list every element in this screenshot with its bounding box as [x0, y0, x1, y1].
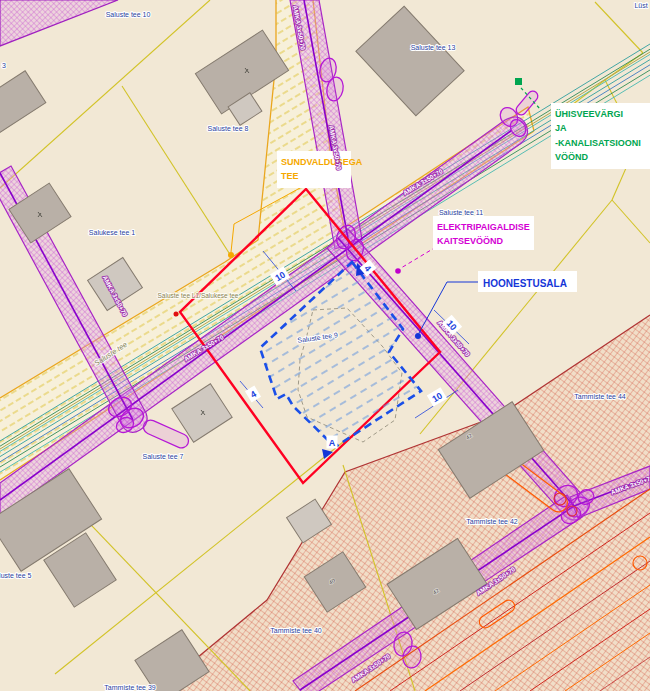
map-label: Tammiste tee 39	[104, 684, 155, 691]
map-label: Saluste tee 8	[208, 125, 249, 132]
map-label: 3	[2, 62, 6, 69]
leader-dot	[395, 268, 401, 274]
map-label: Saluste tee 11	[439, 209, 483, 216]
callout-label: ELEKTRIPAIGALDISE	[437, 222, 530, 232]
map-label: Lüst	[634, 2, 647, 9]
callout-label: HOONESTUSALA	[483, 278, 567, 289]
callout-label: KAITSEVÖÖND	[437, 236, 504, 246]
callout-label: ÜHISVEEVÄRGI	[555, 109, 623, 119]
map-label: Saluste tee 13	[411, 44, 456, 51]
dimension-value: A	[329, 438, 336, 448]
leader-dot	[228, 252, 234, 258]
dimension-label: A	[327, 436, 338, 449]
detail-plan-map: SUNDVALDUSEGA TEE ELEKTRIPAIGALDISE KAIT…	[0, 0, 650, 691]
survey-point-red	[174, 312, 179, 317]
map-label: Saluste tee 5	[0, 572, 32, 579]
map-canvas: SUNDVALDUSEGA TEE ELEKTRIPAIGALDISE KAIT…	[0, 0, 650, 691]
map-label: Saluste tee 7	[143, 453, 184, 460]
map-label: Tammiste tee 44	[574, 393, 625, 400]
callout-label: TEE	[281, 171, 299, 181]
map-label: Salukese tee 1	[89, 229, 135, 236]
callout-label: -KANALISATSIOONI	[555, 138, 641, 148]
water-marker-square	[515, 78, 522, 85]
map-label: Saluste tee L1/Salukese tee	[158, 292, 239, 299]
callout-label: VÖÖND	[555, 152, 589, 162]
leader-dot	[415, 333, 421, 339]
map-label: Tammiste tee 42	[466, 518, 517, 525]
callout-label: SUNDVALDUSEGA	[281, 157, 363, 167]
map-label: Saluste tee 10	[106, 11, 151, 18]
callout-label: JA	[555, 123, 567, 133]
map-label: Tammiste tee 40	[270, 627, 321, 634]
